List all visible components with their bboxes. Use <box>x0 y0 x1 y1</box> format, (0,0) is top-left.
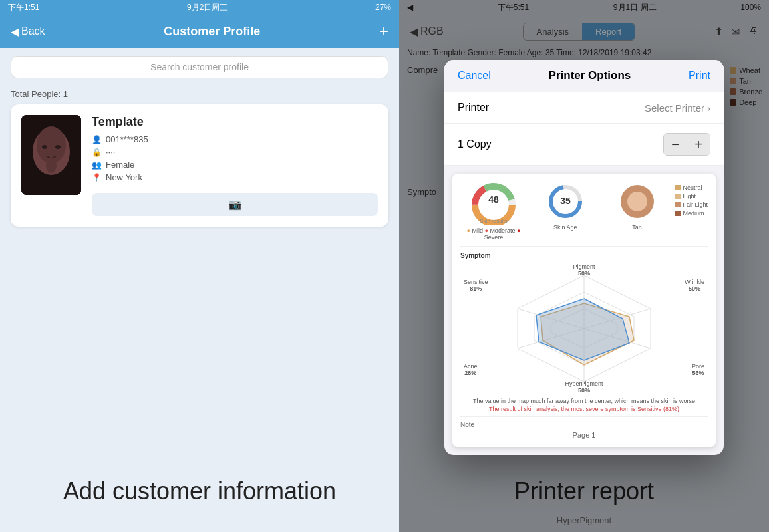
gender-icon: 👥 <box>92 160 102 170</box>
radar-chart-container: Pigment 50% Wrinkle 50% Pore 56% HyperPi… <box>460 262 708 395</box>
left-panel: 下午1:51 9月2日周三 27% ◀ Back Customer Profil… <box>0 0 399 532</box>
location-row: 📍 New York <box>92 172 378 182</box>
location-icon: 📍 <box>92 173 102 182</box>
copies-label: 1 Copy <box>458 138 492 150</box>
modal-overlay: Cancel Printer Options Print Printer Sel… <box>399 0 769 532</box>
svg-rect-6 <box>28 178 75 195</box>
svg-marker-25 <box>536 299 629 360</box>
location-value: New York <box>106 172 142 182</box>
note-section: Note <box>460 416 708 428</box>
tan-chart <box>617 182 657 221</box>
stepper-plus[interactable]: + <box>687 134 710 155</box>
search-input[interactable]: Search customer profile <box>11 56 388 78</box>
print-preview: 48 Skin results ● Mild ● Moderate ● Seve… <box>452 174 716 447</box>
camera-button[interactable]: 📷 <box>92 193 378 216</box>
total-people: Total People: 1 <box>0 86 399 104</box>
back-button[interactable]: ◀ Back <box>11 25 45 38</box>
cancel-button[interactable]: Cancel <box>458 70 491 82</box>
note-label: Note <box>460 421 708 428</box>
phone-row: 👤 001****835 <box>92 134 378 144</box>
svg-text:48: 48 <box>488 194 499 205</box>
skin-results-chart: 48 Skin results <box>467 182 520 225</box>
avatar <box>21 115 81 195</box>
copies-stepper: − + <box>663 133 710 156</box>
left-battery: 27% <box>375 3 391 12</box>
tan-label: Tan <box>604 224 671 231</box>
symptom-section-title: Symptom <box>460 252 708 259</box>
camera-icon: 📷 <box>228 198 241 211</box>
customer-card[interactable]: Template 👤 001****835 🔒 ···· 👥 Female 📍 … <box>11 104 388 227</box>
svg-text:35: 35 <box>560 196 571 206</box>
page-label: Page 1 <box>460 431 708 439</box>
svg-point-17 <box>627 192 647 211</box>
select-printer-button[interactable]: Select Printer › <box>645 102 710 114</box>
svg-point-3 <box>42 145 47 149</box>
svg-point-5 <box>46 157 57 173</box>
chevron-right-icon: › <box>707 102 710 114</box>
gender-row: 👥 Female <box>92 160 378 170</box>
left-nav-bar: ◀ Back Customer Profile + <box>0 15 399 48</box>
modal-title: Printer Options <box>549 69 631 82</box>
page-title: Customer Profile <box>164 25 260 39</box>
svg-text:Skin results: Skin results <box>480 218 507 224</box>
left-status-bar: 下午1:51 9月2日周三 27% <box>0 0 399 15</box>
modal-body: Printer Select Printer › 1 Copy − + <box>444 92 724 447</box>
password-row: 🔒 ···· <box>92 147 378 157</box>
phone-icon: 👤 <box>92 135 102 144</box>
search-container: Search customer profile <box>0 48 399 86</box>
customer-name: Template <box>92 115 378 129</box>
back-chevron: ◀ <box>11 25 19 38</box>
left-time: 下午1:51 <box>8 2 39 13</box>
printer-options-modal: Cancel Printer Options Print Printer Sel… <box>444 60 724 455</box>
phone-value: 001****835 <box>106 134 148 144</box>
add-customer-text: Add customer information <box>0 477 399 505</box>
gender-value: Female <box>106 160 134 170</box>
skin-age-chart: 35 <box>545 182 585 221</box>
stepper-minus[interactable]: − <box>664 134 687 155</box>
svg-point-4 <box>55 145 61 149</box>
chart-description: The value in the map much far away from … <box>460 398 708 404</box>
select-printer-text: Select Printer <box>645 102 704 114</box>
printer-row: Printer Select Printer › <box>444 92 724 124</box>
lock-icon: 🔒 <box>92 148 102 157</box>
radar-chart <box>460 262 708 395</box>
result-note: The result of skin analysis, the most se… <box>460 406 708 412</box>
copies-row: 1 Copy − + <box>444 124 724 166</box>
customer-info: Template 👤 001****835 🔒 ···· 👥 Female 📍 … <box>92 115 378 216</box>
add-button[interactable]: + <box>379 22 388 41</box>
password-value: ···· <box>106 147 115 157</box>
skin-age-label: Skin Age <box>532 224 599 231</box>
left-date: 9月2日周三 <box>187 2 228 13</box>
printer-label: Printer <box>458 102 489 114</box>
modal-header: Cancel Printer Options Print <box>444 60 724 92</box>
back-label: Back <box>21 25 45 37</box>
print-button[interactable]: Print <box>689 70 710 82</box>
